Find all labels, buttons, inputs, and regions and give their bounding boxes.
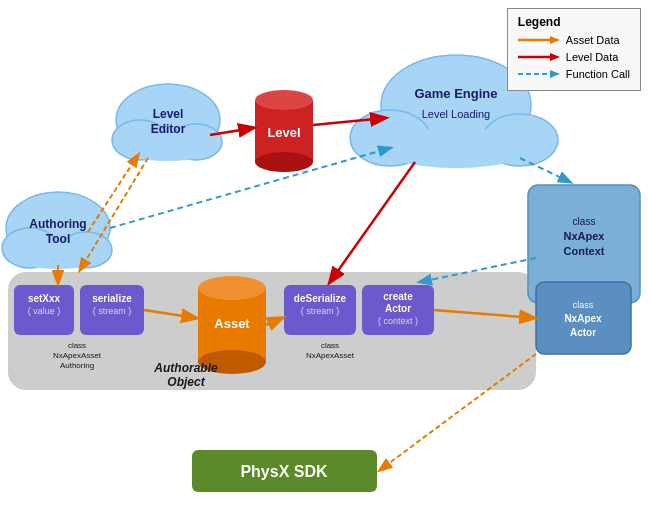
- legend-label-level: Level Data: [566, 51, 619, 63]
- svg-text:class: class: [321, 341, 339, 350]
- svg-text:Editor: Editor: [151, 122, 186, 136]
- svg-text:NxApexAsset: NxApexAsset: [306, 351, 355, 360]
- svg-text:setXxx: setXxx: [28, 293, 61, 304]
- svg-point-16: [381, 128, 531, 168]
- svg-text:Game Engine: Game Engine: [414, 86, 497, 101]
- svg-text:( value ): ( value ): [28, 306, 61, 316]
- svg-text:( stream ): ( stream ): [301, 306, 340, 316]
- svg-point-21: [255, 152, 313, 172]
- legend-item-level: Level Data: [518, 50, 630, 64]
- svg-text:class: class: [573, 216, 596, 227]
- svg-text:Context: Context: [564, 245, 605, 257]
- legend: Legend Asset Data Level Data Function Ca…: [507, 8, 641, 91]
- svg-text:NxApex: NxApex: [564, 230, 606, 242]
- svg-marker-61: [550, 53, 560, 61]
- svg-text:( context ): ( context ): [378, 316, 418, 326]
- svg-text:Authorable: Authorable: [153, 361, 218, 375]
- svg-text:NxApex: NxApex: [564, 313, 602, 324]
- svg-text:Asset: Asset: [214, 316, 250, 331]
- legend-label-function: Function Call: [566, 68, 630, 80]
- svg-text:Tool: Tool: [46, 232, 70, 246]
- svg-text:class: class: [573, 300, 594, 310]
- svg-text:class: class: [68, 341, 86, 350]
- svg-text:NxApexAsset: NxApexAsset: [53, 351, 102, 360]
- svg-marker-59: [550, 36, 560, 44]
- svg-text:Object: Object: [167, 375, 205, 389]
- svg-text:Level: Level: [267, 125, 300, 140]
- svg-text:Authoring: Authoring: [29, 217, 86, 231]
- legend-item-function: Function Call: [518, 67, 630, 81]
- svg-text:Level Loading: Level Loading: [422, 108, 491, 120]
- svg-marker-63: [550, 70, 560, 78]
- svg-text:( stream ): ( stream ): [93, 306, 132, 316]
- legend-title: Legend: [518, 15, 630, 29]
- svg-point-20: [255, 90, 313, 110]
- svg-text:Actor: Actor: [570, 327, 596, 338]
- svg-text:deSerialize: deSerialize: [294, 293, 347, 304]
- svg-text:PhysX SDK: PhysX SDK: [240, 463, 328, 480]
- legend-label-asset: Asset Data: [566, 34, 620, 46]
- legend-item-asset: Asset Data: [518, 33, 630, 47]
- svg-text:Actor: Actor: [385, 303, 411, 314]
- svg-text:Level: Level: [153, 107, 184, 121]
- svg-text:create: create: [383, 291, 413, 302]
- svg-point-24: [198, 276, 266, 300]
- diagram-container: Authoring Tool Level Editor Game Engine …: [0, 0, 649, 507]
- svg-point-10: [118, 133, 218, 161]
- svg-text:serialize: serialize: [92, 293, 132, 304]
- svg-text:Authoring: Authoring: [60, 361, 94, 370]
